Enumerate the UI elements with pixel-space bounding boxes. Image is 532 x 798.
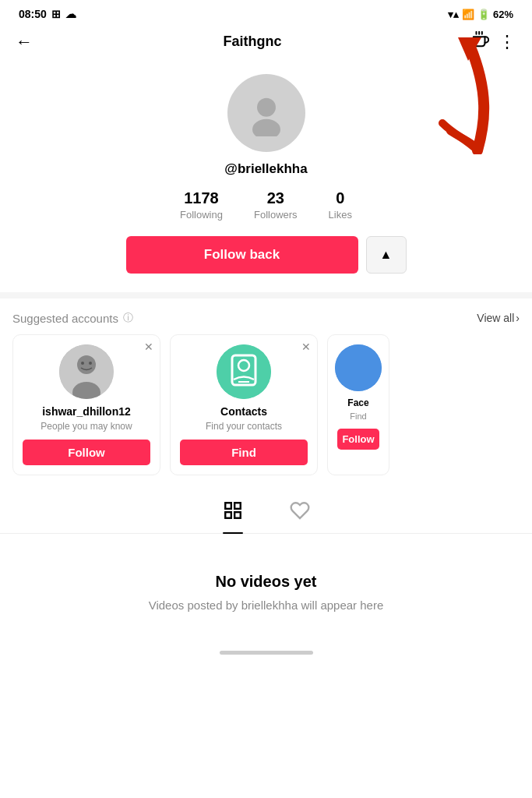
empty-description: Videos posted by briellekhha will appear… (149, 598, 384, 612)
account-desc-3: Find (350, 411, 366, 421)
avatar (227, 74, 305, 152)
empty-state: No videos yet Videos posted by briellekh… (0, 534, 532, 635)
chevron-right-icon: › (516, 312, 520, 324)
stat-likes: 0 Likes (329, 189, 352, 221)
status-right: ▾▴ 📶 🔋 62% (448, 9, 513, 20)
account-card-2: ✕ Contacts Find your contacts Find (170, 334, 318, 475)
follow-account-3-button[interactable]: Follow (337, 429, 379, 450)
find-contacts-button[interactable]: Find (180, 440, 308, 465)
cloud-icon: ☁ (65, 8, 76, 20)
suggested-title: Suggested accounts ⓘ (12, 311, 133, 325)
account-name-2: Contacts (220, 405, 267, 418)
signal-icon: 📶 (462, 9, 474, 20)
screenshot-icon: ⊞ (51, 8, 61, 20)
top-nav: ← Faithgnc ⋮ (0, 25, 532, 62)
share-icon[interactable] (472, 31, 489, 52)
suggested-header: Suggested accounts ⓘ View all › (12, 311, 520, 325)
likes-count: 0 (336, 189, 344, 207)
home-indicator (0, 635, 532, 662)
following-count: 1178 (184, 189, 219, 207)
account-card-1: ✕ ishwar_dhillon12 People you may know F… (12, 334, 160, 475)
followers-count: 23 (267, 189, 284, 207)
status-left: 08:50 ⊞ ☁ (19, 8, 76, 20)
view-all-button[interactable]: View all › (477, 312, 520, 324)
more-options-icon[interactable]: ⋮ (499, 32, 516, 52)
username-label: @briellekhha (224, 161, 307, 177)
account-desc-2: Find your contacts (206, 421, 282, 432)
svg-rect-17 (225, 503, 231, 509)
action-row: Follow back ▲ (126, 236, 407, 274)
up-arrow-icon: ▲ (380, 248, 393, 262)
suggested-section: Suggested accounts ⓘ View all › ✕ (0, 292, 532, 485)
account-avatar-2 (217, 344, 271, 399)
account-avatar-1 (59, 344, 114, 399)
account-desc-1: People you may know (41, 421, 132, 432)
svg-point-10 (81, 362, 84, 365)
battery-label: 62% (493, 9, 513, 20)
stats-row: 1178 Following 23 Followers 0 Likes (180, 189, 352, 221)
accounts-row: ✕ ishwar_dhillon12 People you may know F… (12, 334, 520, 475)
account-avatar-3 (335, 344, 382, 391)
stat-followers: 23 Followers (254, 189, 298, 221)
page-title: Faithgnc (224, 34, 282, 50)
svg-point-16 (335, 344, 382, 391)
back-button[interactable]: ← (16, 32, 33, 52)
svg-point-6 (252, 119, 280, 136)
tab-videos[interactable] (223, 500, 243, 533)
status-bar: 08:50 ⊞ ☁ ▾▴ 📶 🔋 62% (0, 0, 532, 25)
stat-following: 1178 Following (180, 189, 223, 221)
empty-title: No videos yet (215, 573, 316, 591)
home-bar (220, 651, 313, 655)
profile-section: @briellekhha 1178 Following 23 Followers… (0, 62, 532, 292)
info-icon: ⓘ (123, 311, 133, 325)
followers-label: Followers (254, 209, 298, 221)
svg-point-5 (257, 98, 276, 117)
close-account-2-button[interactable]: ✕ (301, 341, 311, 352)
account-name-3: Face (347, 397, 368, 408)
follow-account-1-button[interactable]: Follow (23, 440, 150, 465)
likes-label: Likes (329, 209, 352, 221)
svg-rect-19 (225, 512, 231, 518)
close-account-1-button[interactable]: ✕ (144, 341, 153, 352)
wifi-icon: ▾▴ (448, 9, 459, 20)
tabs-row (0, 491, 532, 534)
follow-back-button[interactable]: Follow back (126, 236, 358, 274)
account-card-3: Face Find Follow (327, 334, 389, 475)
svg-point-11 (89, 362, 92, 365)
svg-point-8 (77, 355, 96, 374)
account-name-1: ishwar_dhillon12 (42, 405, 131, 418)
svg-rect-18 (234, 503, 241, 509)
nav-icons: ⋮ (472, 31, 516, 52)
time-label: 08:50 (19, 8, 47, 20)
svg-rect-20 (234, 512, 241, 518)
battery-icon: 🔋 (477, 9, 490, 20)
following-label: Following (180, 209, 223, 221)
share-profile-button[interactable]: ▲ (366, 236, 407, 274)
tab-liked[interactable] (290, 500, 310, 533)
suggested-label: Suggested accounts (12, 312, 118, 325)
